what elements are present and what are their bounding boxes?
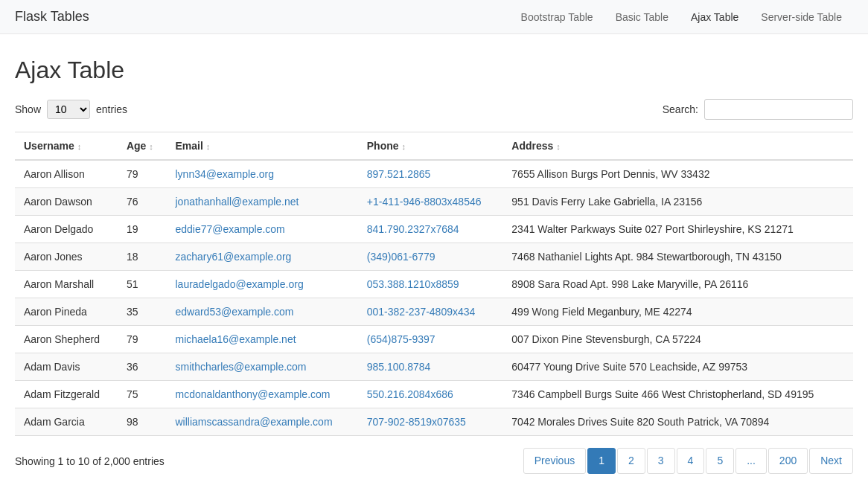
pagination-page-3[interactable]: 3 [647, 448, 675, 474]
search-input[interactable] [704, 99, 853, 120]
sort-icon-username: ↕ [77, 142, 82, 151]
navbar: Flask Tables Bootstrap TableBasic TableA… [0, 0, 868, 34]
pagination: Previous12345...200Next [523, 448, 853, 474]
controls-row: Show 102550100 entries Search: [15, 99, 853, 120]
table-head: Username↕Age↕Email↕Phone↕Address↕ [15, 132, 853, 161]
data-table: Username↕Age↕Email↕Phone↕Address↕ Aaron … [15, 132, 853, 436]
cell-phone: 897.521.2865 [358, 160, 503, 188]
cell-email[interactable]: eddie77@example.com [166, 216, 357, 243]
cell-email[interactable]: michaela16@example.net [166, 326, 357, 353]
table-row: Aaron Marshall51lauradelgado@example.org… [15, 271, 853, 298]
cell-address: 8908 Sara Road Apt. 998 Lake Maryville, … [502, 271, 853, 298]
nav-link-basic-table[interactable]: Basic Table [604, 0, 680, 34]
pagination-page-5[interactable]: 5 [706, 448, 734, 474]
cell-username: Aaron Pineda [15, 298, 118, 326]
entries-label: entries [96, 103, 127, 115]
cell-email[interactable]: edward53@example.com [166, 298, 357, 326]
cell-phone: 707-902-8519x07635 [358, 408, 503, 436]
cell-email[interactable]: mcdonaldanthony@example.com [166, 381, 357, 408]
table-row: Adam Garcia98williamscassandra@example.c… [15, 408, 853, 436]
showing-info: Showing 1 to 10 of 2,000 entries [15, 455, 165, 467]
cell-phone: 985.100.8784 [358, 353, 503, 381]
nav-link-ajax-table[interactable]: Ajax Table [680, 0, 750, 34]
table-row: Aaron Jones18zachary61@example.org(349)0… [15, 243, 853, 271]
cell-age: 75 [118, 381, 167, 408]
cell-username: Aaron Marshall [15, 271, 118, 298]
cell-username: Aaron Allison [15, 160, 118, 188]
cell-address: 7346 Campbell Burgs Suite 466 West Chris… [502, 381, 853, 408]
page-title: Ajax Table [15, 57, 853, 84]
cell-email[interactable]: zachary61@example.org [166, 243, 357, 271]
cell-address: 2341 Walter Parkways Suite 027 Port Shir… [502, 216, 853, 243]
table-row: Aaron Pineda35edward53@example.com001-38… [15, 298, 853, 326]
cell-age: 36 [118, 353, 167, 381]
cell-username: Adam Garcia [15, 408, 118, 436]
search-box: Search: [663, 99, 853, 120]
sort-icon-email: ↕ [206, 142, 211, 151]
cell-age: 79 [118, 326, 167, 353]
table-wrapper: Username↕Age↕Email↕Phone↕Address↕ Aaron … [15, 132, 853, 436]
sort-icon-phone: ↕ [402, 142, 406, 151]
cell-address: 60477 Young Drive Suite 570 Leachside, A… [502, 353, 853, 381]
cell-email[interactable]: lynn34@example.org [166, 160, 357, 188]
table-body: Aaron Allison79lynn34@example.org897.521… [15, 160, 853, 436]
show-label: Show [15, 103, 41, 115]
cell-age: 76 [118, 188, 167, 216]
pagination-previous[interactable]: Previous [523, 448, 586, 474]
table-header-row: Username↕Age↕Email↕Phone↕Address↕ [15, 132, 853, 161]
nav-link-server-side-table[interactable]: Server-side Table [750, 0, 853, 34]
cell-phone: +1-411-946-8803x48546 [358, 188, 503, 216]
search-label: Search: [663, 103, 698, 115]
nav-link-bootstrap-table[interactable]: Bootstrap Table [510, 0, 604, 34]
table-row: Aaron Shepherd79michaela16@example.net(6… [15, 326, 853, 353]
col-age[interactable]: Age↕ [118, 132, 167, 161]
col-phone[interactable]: Phone↕ [358, 132, 503, 161]
table-row: Adam Davis36smithcharles@example.com985.… [15, 353, 853, 381]
cell-address: 951 Davis Ferry Lake Gabriella, IA 23156 [502, 188, 853, 216]
pagination-page-2[interactable]: 2 [617, 448, 645, 474]
cell-phone: (349)061-6779 [358, 243, 503, 271]
cell-username: Aaron Delgado [15, 216, 118, 243]
cell-age: 18 [118, 243, 167, 271]
table-row: Aaron Dawson76jonathanhall@example.net+1… [15, 188, 853, 216]
entries-select[interactable]: 102550100 [47, 100, 90, 119]
cell-username: Aaron Jones [15, 243, 118, 271]
cell-phone: 001-382-237-4809x434 [358, 298, 503, 326]
cell-address: 7468 Nathaniel Lights Apt. 984 Stewartbo… [502, 243, 853, 271]
cell-phone: 841.790.2327x7684 [358, 216, 503, 243]
cell-address: 7655 Allison Burgs Port Dennis, WV 33432 [502, 160, 853, 188]
footer-row: Showing 1 to 10 of 2,000 entries Previou… [15, 448, 853, 474]
pagination-page-...[interactable]: ... [735, 448, 767, 474]
cell-email[interactable]: smithcharles@example.com [166, 353, 357, 381]
navbar-brand[interactable]: Flask Tables [15, 9, 89, 25]
cell-phone: 053.388.1210x8859 [358, 271, 503, 298]
table-row: Aaron Allison79lynn34@example.org897.521… [15, 160, 853, 188]
cell-phone: 550.216.2084x686 [358, 381, 503, 408]
col-email[interactable]: Email↕ [166, 132, 357, 161]
table-row: Aaron Delgado19eddie77@example.com841.79… [15, 216, 853, 243]
col-address[interactable]: Address↕ [502, 132, 853, 161]
cell-username: Aaron Dawson [15, 188, 118, 216]
sort-icon-address: ↕ [556, 142, 561, 151]
cell-username: Aaron Shepherd [15, 326, 118, 353]
cell-username: Adam Fitzgerald [15, 381, 118, 408]
table-row: Adam Fitzgerald75mcdonaldanthony@example… [15, 381, 853, 408]
cell-phone: (654)875-9397 [358, 326, 503, 353]
show-entries-control: Show 102550100 entries [15, 100, 127, 119]
cell-email[interactable]: lauradelgado@example.org [166, 271, 357, 298]
cell-age: 98 [118, 408, 167, 436]
pagination-page-200[interactable]: 200 [768, 448, 808, 474]
cell-email[interactable]: williamscassandra@example.com [166, 408, 357, 436]
cell-age: 51 [118, 271, 167, 298]
main-container: Ajax Table Show 102550100 entries Search… [0, 34, 868, 491]
pagination-page-4[interactable]: 4 [677, 448, 705, 474]
pagination-page-1[interactable]: 1 [587, 448, 616, 474]
pagination-next[interactable]: Next [809, 448, 853, 474]
cell-address: 499 Wong Field Meganbury, ME 42274 [502, 298, 853, 326]
cell-address: 7042 Morales Drives Suite 820 South Patr… [502, 408, 853, 436]
cell-email[interactable]: jonathanhall@example.net [166, 188, 357, 216]
col-username[interactable]: Username↕ [15, 132, 118, 161]
navbar-links: Bootstrap TableBasic TableAjax TableServ… [510, 0, 853, 34]
cell-age: 79 [118, 160, 167, 188]
cell-username: Adam Davis [15, 353, 118, 381]
